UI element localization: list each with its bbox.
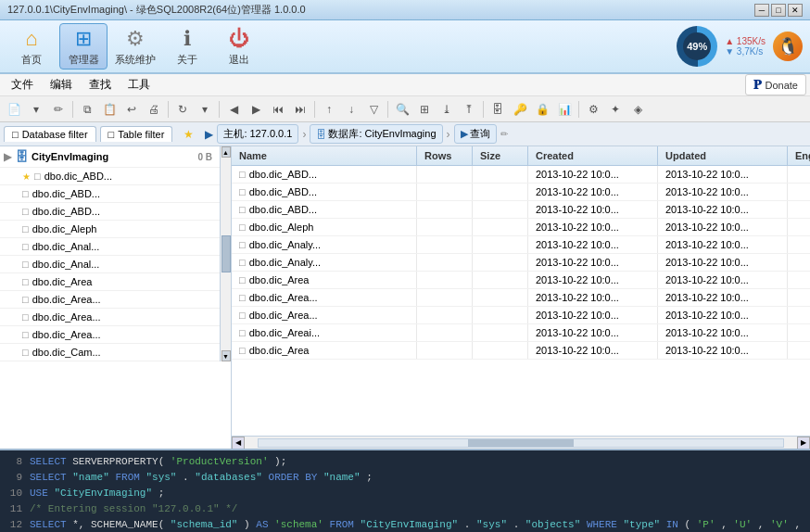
menu-edit[interactable]: 编辑 [43, 75, 80, 95]
menu-find[interactable]: 查找 [82, 75, 119, 95]
list-item[interactable]: □ dbo.dic_Area... [0, 309, 220, 326]
new-button[interactable]: 📄 [4, 99, 24, 120]
horizontal-scrollbar[interactable]: ◀ ▶ [232, 436, 810, 449]
table-row[interactable]: □dbo.dic_Analy... 2013-10-22 10:0... 201… [232, 236, 810, 254]
query-nav[interactable]: ▶ 查询 [454, 124, 497, 144]
undo-button[interactable]: ↩ [121, 99, 142, 120]
filter-bar: □ Database filter □ Table filter ★ ▶ 主机:… [0, 122, 810, 146]
up-arrow-icon: ▲ [725, 36, 734, 46]
copy-button[interactable]: ⧉ [77, 99, 97, 120]
sep1 [72, 101, 73, 118]
list-item[interactable]: ★ □ dbo.dic_ABD... [0, 168, 220, 185]
list-item[interactable]: □ dbo.dic_ABD... [0, 185, 220, 203]
donate-button[interactable]: 𝐏 Donate [745, 74, 806, 95]
hscroll-right[interactable]: ▶ [797, 437, 810, 450]
table-row[interactable]: □dbo.dic_Area... 2013-10-22 10:0... 2013… [232, 307, 810, 324]
vscroll-down[interactable]: ▼ [221, 350, 231, 361]
list-item[interactable]: □ dbo.dic_Anal... [0, 238, 220, 256]
host-nav[interactable]: 主机: 127.0.0.1 [217, 124, 298, 144]
list-item[interactable]: □ dbo.dic_Cam... [0, 344, 220, 361]
edit-button[interactable]: ✏ [48, 99, 69, 120]
about-button[interactable]: ℹ 关于 [163, 23, 211, 70]
nav-end[interactable]: ⏭ [290, 99, 310, 120]
hscroll-track[interactable] [258, 438, 784, 448]
secondary-toolbar: 📄 ▾ ✏ ⧉ 📋 ↩ 🖨 ↻ ▾ ◀ ▶ ⏮ ⏭ ↑ ↓ ▽ 🔍 ⊞ ⤓ ⤒ … [0, 96, 810, 122]
paste-button[interactable]: 📋 [99, 99, 120, 120]
export-btn[interactable]: ⤓ [437, 99, 457, 120]
sort-asc[interactable]: ↑ [319, 99, 339, 120]
sys-button[interactable]: ⚙ 系统维护 [111, 23, 159, 70]
home-button[interactable]: ⌂ 首页 [7, 23, 56, 70]
manage-label: 管理器 [69, 53, 99, 67]
list-item[interactable]: □ dbo.dic_ABD... [0, 203, 220, 221]
row-icon: □ [239, 222, 246, 233]
table-row[interactable]: □dbo.dic_ABD... 2013-10-22 10:0... 2013-… [232, 166, 810, 184]
hscroll-thumb[interactable] [468, 439, 573, 447]
close-button[interactable]: ✕ [788, 4, 803, 17]
table-body[interactable]: □dbo.dic_ABD... 2013-10-22 10:0... 2013-… [232, 166, 810, 436]
nav-back[interactable]: ◀ [223, 99, 244, 120]
table-row[interactable]: □dbo.dic_Aleph 2013-10-22 10:0... 2013-1… [232, 219, 810, 236]
table-filter-tab[interactable]: □ Table filter [100, 126, 173, 142]
sort-desc[interactable]: ↓ [341, 99, 361, 120]
cell-updated: 2013-10-22 10:0... [658, 307, 788, 323]
nav-fwd[interactable]: ▶ [246, 99, 266, 120]
db-btn[interactable]: 🗄 [487, 99, 508, 120]
tree-root[interactable]: ▶ 🗄 CityEnvImaging 0 B [0, 146, 220, 168]
table-btn[interactable]: ⊞ [414, 99, 435, 120]
table-icon: □ [22, 329, 29, 340]
query-text: SELECT *, SCHEMA_NAME( "schema_id" ) AS … [30, 517, 801, 532]
line-number: 10 [7, 486, 22, 501]
query-panel[interactable]: 8 SELECT SERVERPROPERTY( 'ProductVersion… [0, 449, 810, 532]
filter-btn[interactable]: ▽ [363, 99, 384, 120]
search-btn[interactable]: 🔍 [392, 99, 412, 120]
cell-updated: 2013-10-22 10:0... [658, 254, 788, 271]
hscroll-left[interactable]: ◀ [232, 437, 245, 450]
left-panel[interactable]: ▶ 🗄 CityEnvImaging 0 B ★ □ dbo.dic_ABD..… [0, 146, 232, 449]
stats-btn[interactable]: 📊 [554, 99, 575, 120]
cell-name: □dbo.dic_Areai... [232, 324, 417, 341]
table-row[interactable]: □dbo.dic_Analy... 2013-10-22 10:0... 201… [232, 254, 810, 272]
db-nav[interactable]: 🗄 数据库: CityEnvImaging [310, 124, 442, 144]
cell-rows [417, 166, 473, 183]
list-item[interactable]: □ dbo.dic_Aleph [0, 221, 220, 238]
query-line: 8 SELECT SERVERPROPERTY( 'ProductVersion… [7, 454, 803, 470]
minimize-button[interactable]: ─ [754, 4, 769, 17]
list-item[interactable]: □ dbo.dic_Area [0, 273, 220, 291]
key-btn[interactable]: 🔑 [510, 99, 530, 120]
sep3 [219, 101, 220, 118]
menu-file[interactable]: 文件 [4, 75, 41, 95]
table-header: Name Rows Size Created Updated Engine Co [232, 146, 810, 166]
table-row[interactable]: □dbo.dic_Area 2013-10-22 10:0... 2013-10… [232, 342, 810, 360]
list-item[interactable]: □ dbo.dic_Area... [0, 291, 220, 309]
list-item[interactable]: □ dbo.dic_Anal... [0, 256, 220, 273]
refresh-dropdown[interactable]: ▾ [195, 99, 215, 120]
more-btn2[interactable]: ✦ [605, 99, 626, 120]
lock-btn[interactable]: 🔒 [532, 99, 552, 120]
cell-created: 2013-10-22 10:0... [528, 254, 658, 271]
list-item[interactable]: □ dbo.dic_Area... [0, 326, 220, 344]
cell-engine [788, 289, 810, 306]
manage-button[interactable]: ⊞ 管理器 [59, 23, 108, 70]
vscroll-thumb[interactable] [221, 235, 231, 272]
table-row[interactable]: □dbo.dic_Areai... 2013-10-22 10:0... 201… [232, 324, 810, 342]
cell-rows [417, 201, 473, 218]
nav-skip[interactable]: ⏮ [268, 99, 288, 120]
dropdown-arrow[interactable]: ▾ [26, 99, 46, 120]
db-filter-tab[interactable]: □ Database filter [4, 126, 96, 142]
print-button[interactable]: 🖨 [144, 99, 164, 120]
maximize-button[interactable]: □ [771, 4, 786, 17]
table-row[interactable]: □dbo.dic_ABD... 2013-10-22 10:0... 2013-… [232, 201, 810, 219]
refresh-button[interactable]: ↻ [172, 99, 193, 120]
table-row[interactable]: □dbo.dic_Area 2013-10-22 10:0... 2013-10… [232, 272, 810, 289]
more-btn1[interactable]: ⚙ [583, 99, 603, 120]
table-row[interactable]: □dbo.dic_Area... 2013-10-22 10:0... 2013… [232, 289, 810, 307]
table-icon: □ [22, 223, 29, 234]
more-btn3[interactable]: ◈ [627, 99, 648, 120]
edit-icon: ✏ [500, 129, 508, 139]
table-row[interactable]: □dbo.dic_ABD... 2013-10-22 10:0... 2013-… [232, 184, 810, 201]
import-btn[interactable]: ⤒ [459, 99, 479, 120]
exit-button[interactable]: ⏻ 退出 [215, 23, 263, 70]
menu-tools[interactable]: 工具 [120, 75, 158, 95]
vscroll-up[interactable]: ▲ [221, 146, 231, 158]
